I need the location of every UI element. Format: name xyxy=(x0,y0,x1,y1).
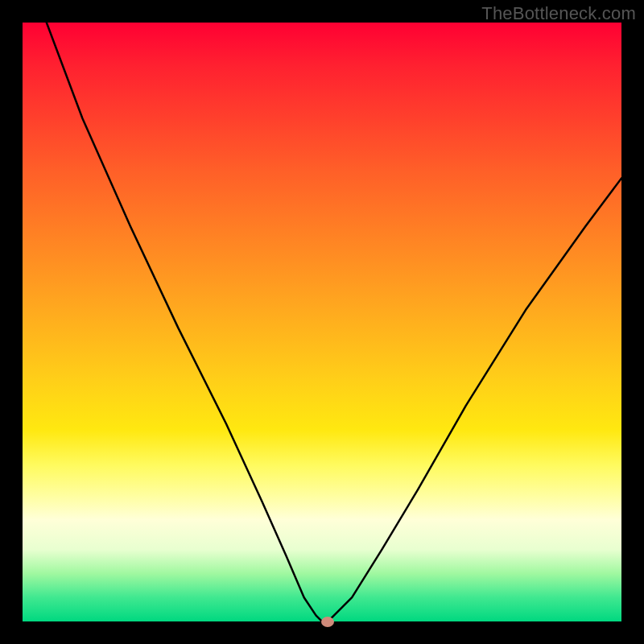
watermark-label: TheBottleneck.com xyxy=(481,3,636,24)
chart-frame: TheBottleneck.com xyxy=(0,0,644,644)
plot-area xyxy=(23,23,621,621)
bottleneck-curve xyxy=(23,23,621,621)
optimal-point-marker xyxy=(321,617,334,627)
